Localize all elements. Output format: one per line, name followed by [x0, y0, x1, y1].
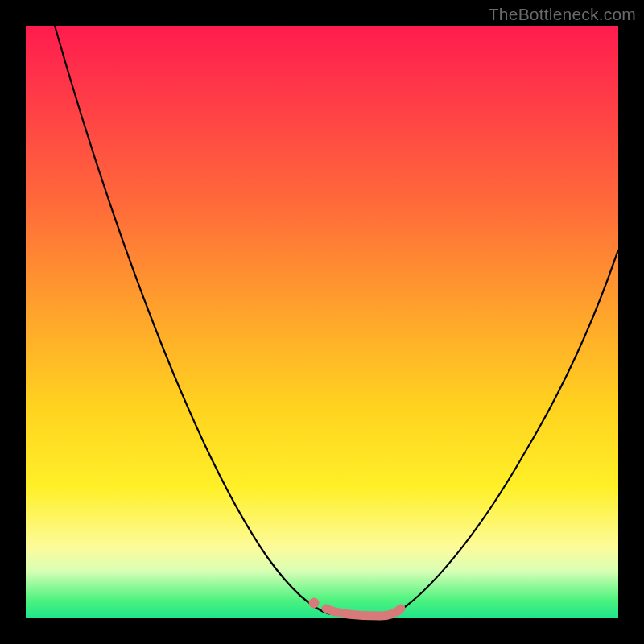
plot-area	[26, 26, 618, 618]
right-branch-curve	[394, 250, 618, 614]
left-branch-curve	[55, 26, 330, 614]
bottom-highlight-curve	[326, 609, 401, 616]
watermark-text: TheBottleneck.com	[489, 5, 636, 24]
curve-layer	[26, 26, 618, 618]
chart-frame: TheBottleneck.com	[0, 0, 644, 644]
highlight-dot	[309, 598, 320, 609]
